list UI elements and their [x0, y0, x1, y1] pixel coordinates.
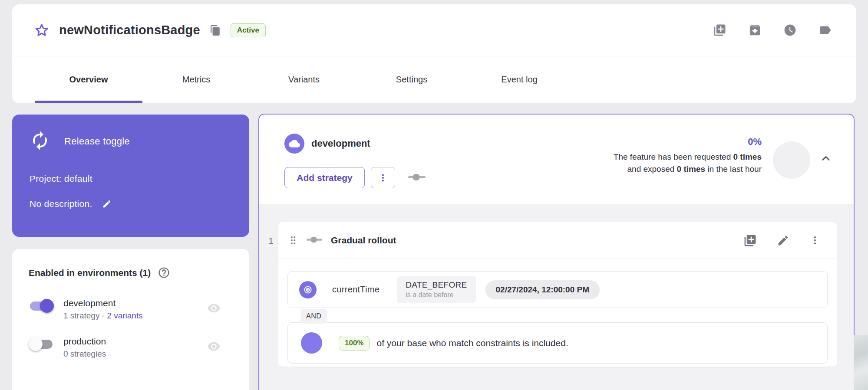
stats-exposed-count: 0 times [677, 164, 705, 174]
release-toggle-cycle-icon [30, 130, 50, 153]
environment-cloud-icon [284, 134, 304, 154]
project-label: Project: default [30, 174, 232, 184]
strategy-index: 1 [266, 236, 276, 246]
background-texture [854, 335, 868, 390]
drag-handle-icon[interactable] [287, 235, 299, 246]
description-label: No description. [30, 199, 92, 209]
archive-icon[interactable] [748, 23, 762, 37]
enabled-environments-title: Enabled in environments (1) [29, 268, 151, 278]
stats-text: The feature has been requested [614, 152, 733, 161]
strategy-more-menu-icon[interactable] [809, 235, 821, 246]
toggle-thumb [40, 299, 54, 313]
environment-meta: 1 strategy - [63, 311, 107, 320]
history-clock-icon[interactable] [783, 23, 797, 37]
strategy-name: Gradual rollout [331, 235, 396, 246]
strategy-card-gradual-rollout: Gradual rollout [278, 222, 837, 367]
favorite-star-icon[interactable] [34, 23, 50, 38]
add-strategy-button[interactable]: Add strategy [284, 167, 365, 188]
constraint-operator: DATE_BEFORE is a date before [397, 276, 475, 303]
rollout-pie-icon [301, 332, 322, 354]
variants-link[interactable]: 2 variants [107, 311, 142, 320]
environment-strategies-card: development Add strategy 0% [258, 114, 855, 390]
exposure-donut-placeholder [773, 141, 810, 179]
rollout-percent-badge: 100% [339, 336, 370, 351]
stats-requested-count: 0 times [733, 152, 762, 161]
stats-text: and exposed [627, 164, 677, 174]
toggle-type-header: Release toggle [30, 130, 232, 153]
tab-metrics[interactable]: Metrics [142, 75, 250, 85]
tag-icon[interactable] [818, 23, 832, 37]
visibility-eye-icon[interactable] [207, 340, 221, 353]
help-icon[interactable] [158, 266, 170, 279]
toggle-type-label: Release toggle [64, 136, 130, 147]
and-separator: AND [300, 309, 327, 324]
edit-strategy-icon[interactable] [777, 234, 789, 247]
tab-event-log[interactable]: Event log [465, 75, 573, 85]
tab-overview[interactable]: Overview [35, 75, 142, 85]
visibility-eye-icon[interactable] [207, 302, 221, 315]
header-actions [713, 23, 832, 37]
toggle-thumb [29, 337, 43, 351]
rollout-row: 100% of your base who match constraints … [287, 322, 828, 364]
card-divider [12, 379, 249, 379]
tab-bar: Overview Metrics Variants Settings Event… [12, 56, 856, 103]
edit-description-icon[interactable] [102, 199, 112, 209]
constraint-target-icon [299, 281, 317, 298]
exposure-stats: 0% The feature has been requested 0 time… [614, 136, 762, 175]
feature-title-group: newNotificationsBadge Active [34, 23, 266, 38]
development-toggle[interactable] [29, 298, 54, 314]
environment-row-development: development 1 strategy - 2 variants [29, 298, 233, 321]
toggle-type-card: Release toggle Project: default No descr… [12, 115, 249, 237]
constraint-field-name: currentTime [332, 285, 380, 295]
feature-flag-page: newNotificationsBadge Active [0, 0, 868, 390]
active-tab-indicator [35, 101, 142, 103]
feature-header-row: newNotificationsBadge Active [12, 4, 856, 56]
strategies-list-area: 1 [259, 204, 854, 390]
rollout-description: of your base who match constraints is in… [376, 338, 568, 348]
environment-header: development Add strategy 0% [259, 115, 854, 204]
environment-name: production [63, 336, 106, 347]
collapse-chevron-icon[interactable] [817, 150, 835, 167]
enabled-environments-card: Enabled in environments (1) development … [12, 249, 249, 390]
constraint-value-chip: 02/27/2024, 12:00:00 PM [485, 280, 600, 299]
exposure-percent: 0% [614, 136, 762, 147]
operator-description: is a date before [406, 291, 467, 299]
status-badge: Active [231, 23, 266, 37]
constraint-row: currentTime DATE_BEFORE is a date before… [287, 271, 828, 308]
environment-row-production: production 0 strategies [29, 336, 233, 359]
segment-icon [306, 236, 323, 245]
stats-text: in the last hour [705, 164, 762, 174]
copy-name-icon[interactable] [210, 25, 221, 36]
copy-strategy-icon[interactable] [743, 234, 757, 247]
page-title: newNotificationsBadge [59, 23, 200, 37]
tab-variants[interactable]: Variants [250, 75, 358, 85]
operator-name: DATE_BEFORE [406, 280, 467, 290]
environment-name: development [63, 298, 143, 308]
environment-meta: 0 strategies [63, 349, 106, 358]
tab-settings[interactable]: Settings [358, 75, 465, 85]
feature-header-card: newNotificationsBadge Active [12, 4, 856, 103]
environment-more-menu-button[interactable] [371, 167, 395, 188]
environment-title: development [311, 138, 370, 149]
production-toggle[interactable] [29, 336, 54, 352]
copy-add-icon[interactable] [713, 23, 726, 37]
segment-icon [407, 173, 426, 183]
